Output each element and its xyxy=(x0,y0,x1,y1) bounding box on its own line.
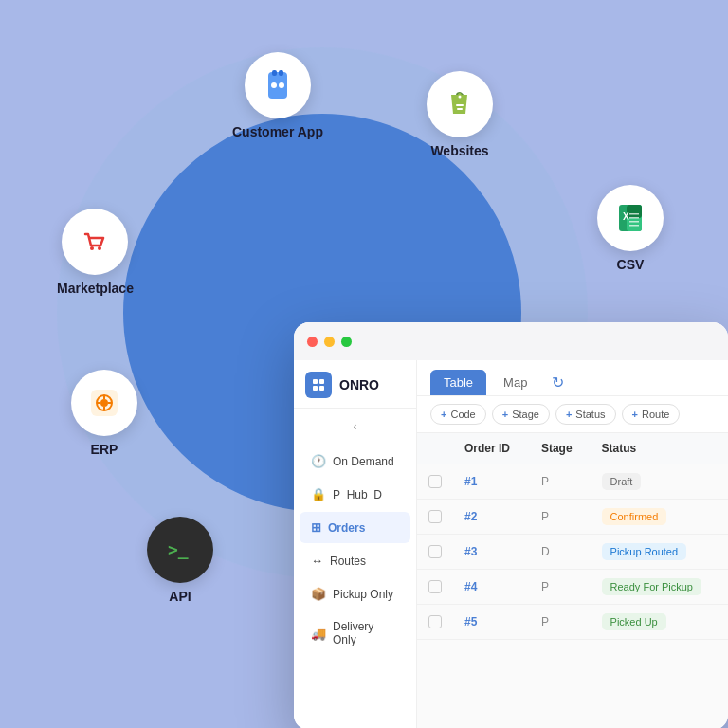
tabs-bar: Table Map ↻ xyxy=(417,360,728,396)
checkbox-3[interactable] xyxy=(417,535,453,570)
sidebar-item-p-hub-d[interactable]: 🔒 P_Hub_D xyxy=(300,479,410,510)
delivery-only-label: Delivery Only xyxy=(333,620,399,646)
col-status: Status xyxy=(591,433,728,464)
svg-point-17 xyxy=(90,246,94,250)
svg-rect-6 xyxy=(457,108,463,110)
status-1: Draft xyxy=(591,464,728,500)
filter-route-label: Route xyxy=(642,409,669,420)
node-erp: ERP xyxy=(71,370,137,457)
routes-label: Routes xyxy=(330,555,366,568)
orders-label: Orders xyxy=(328,521,365,535)
p-hub-d-label: P_Hub_D xyxy=(333,488,382,501)
order-id-4[interactable]: #4 xyxy=(453,570,530,605)
customer-app-icon-circle xyxy=(245,52,311,118)
orders-table: Order ID Stage Status #1 P Draft xyxy=(417,433,728,640)
title-bar xyxy=(294,322,728,360)
node-marketplace: Marketplace xyxy=(57,209,134,296)
erp-label: ERP xyxy=(91,442,118,457)
filter-route[interactable]: + Route xyxy=(622,404,681,425)
customer-app-icon xyxy=(261,68,295,102)
svg-rect-27 xyxy=(313,379,318,384)
dot-red xyxy=(307,337,318,347)
plus-stage: + xyxy=(502,409,508,420)
stage-4: P xyxy=(530,570,591,605)
erp-icon xyxy=(87,386,121,420)
svg-point-7 xyxy=(459,96,462,99)
svg-rect-28 xyxy=(319,379,324,384)
pickup-icon: 📦 xyxy=(311,587,326,601)
col-checkbox xyxy=(417,433,453,464)
api-label: API xyxy=(169,589,191,604)
order-id-3[interactable]: #3 xyxy=(453,535,530,570)
table-row: #5 P Picked Up xyxy=(417,605,728,640)
svg-rect-16 xyxy=(82,228,108,255)
marketplace-icon xyxy=(78,225,112,259)
sidebar: ONRO ‹ 🕐 On Demand 🔒 P_Hub_D ⊞ Orders ↔ … xyxy=(294,360,417,728)
marketplace-label: Marketplace xyxy=(57,281,134,296)
filter-code-label: Code xyxy=(450,409,475,420)
order-id-1[interactable]: #1 xyxy=(453,464,530,500)
plus-code: + xyxy=(441,409,446,420)
tab-map[interactable]: Map xyxy=(490,370,540,395)
customer-app-label: Customer App xyxy=(232,124,323,139)
checkbox-2[interactable] xyxy=(417,500,453,535)
checkbox-1[interactable] xyxy=(417,464,453,500)
plus-route: + xyxy=(632,409,638,420)
filter-status[interactable]: + Status xyxy=(555,404,616,425)
status-5: Picked Up xyxy=(591,605,728,640)
delivery-icon: 🚚 xyxy=(311,627,326,641)
order-id-2[interactable]: #2 xyxy=(453,500,530,535)
p-hub-d-icon: 🔒 xyxy=(311,487,326,501)
stage-3: D xyxy=(530,535,591,570)
api-icon: >_ xyxy=(163,533,197,567)
node-websites: Websites xyxy=(427,71,493,158)
checkbox-4[interactable] xyxy=(417,570,453,605)
logo-text: ONRO xyxy=(339,377,379,392)
sidebar-item-pickup-only[interactable]: 📦 Pickup Only xyxy=(300,578,410,610)
csv-icon: X xyxy=(613,201,647,235)
logo-svg xyxy=(311,377,326,392)
sidebar-collapse-button[interactable]: ‹ xyxy=(301,414,409,439)
logo-icon xyxy=(305,372,332,398)
filter-row: + Code + Stage + Status + Route xyxy=(417,396,728,433)
svg-rect-15 xyxy=(629,225,639,227)
svg-point-3 xyxy=(271,82,277,88)
sidebar-item-on-demand[interactable]: 🕐 On Demand xyxy=(300,446,410,477)
stage-1: P xyxy=(530,464,591,500)
refresh-icon[interactable]: ↻ xyxy=(552,373,564,391)
filter-code[interactable]: + Code xyxy=(430,404,486,425)
checkbox-5[interactable] xyxy=(417,605,453,640)
svg-rect-5 xyxy=(456,104,464,106)
sidebar-item-delivery-only[interactable]: 🚚 Delivery Only xyxy=(300,611,410,655)
table-header-row: Order ID Stage Status xyxy=(417,433,728,464)
websites-label: Websites xyxy=(430,143,488,158)
svg-rect-14 xyxy=(629,221,639,223)
table-body: #1 P Draft #2 P Confirmed #3 xyxy=(417,464,728,640)
csv-icon-circle: X xyxy=(597,185,664,251)
pickup-only-label: Pickup Only xyxy=(333,588,393,601)
filter-stage-label: Stage xyxy=(512,409,539,420)
svg-rect-12 xyxy=(629,213,639,215)
csv-label: CSV xyxy=(617,257,645,272)
status-3: Pickup Routed xyxy=(591,535,728,570)
routes-icon: ↔ xyxy=(311,554,323,568)
sidebar-item-routes[interactable]: ↔ Routes xyxy=(300,545,410,576)
order-id-5[interactable]: #5 xyxy=(453,605,530,640)
status-4: Ready For Pickup xyxy=(591,570,728,605)
sidebar-item-orders[interactable]: ⊞ Orders xyxy=(300,512,410,543)
sidebar-logo: ONRO xyxy=(294,360,416,409)
svg-rect-29 xyxy=(313,386,318,391)
app-content: ONRO ‹ 🕐 On Demand 🔒 P_Hub_D ⊞ Orders ↔ … xyxy=(294,360,728,728)
svg-point-21 xyxy=(100,399,108,407)
orders-icon: ⊞ xyxy=(311,520,321,535)
collapse-icon: ‹ xyxy=(354,420,357,433)
svg-point-18 xyxy=(98,246,101,250)
svg-text:>_: >_ xyxy=(168,539,189,559)
node-csv: X CSV xyxy=(597,185,664,272)
col-stage: Stage xyxy=(530,433,591,464)
table-row: #1 P Draft xyxy=(417,464,728,500)
svg-rect-2 xyxy=(279,70,283,76)
tab-table[interactable]: Table xyxy=(430,370,486,395)
stage-2: P xyxy=(530,500,591,535)
filter-stage[interactable]: + Stage xyxy=(492,404,550,425)
